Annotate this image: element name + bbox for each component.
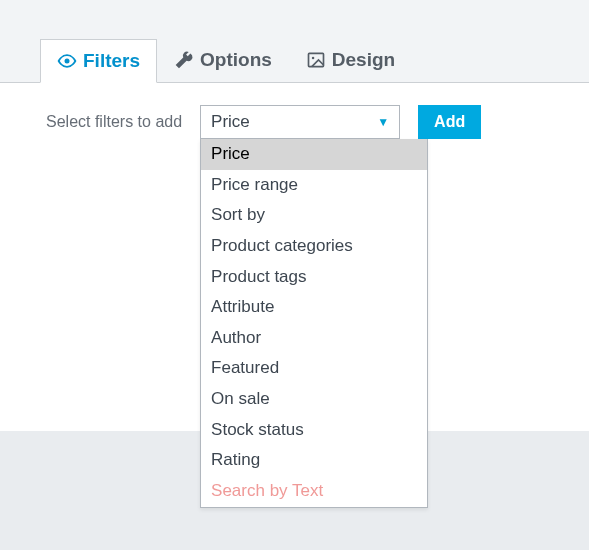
- tab-options-label: Options: [200, 49, 272, 71]
- tab-design[interactable]: Design: [289, 38, 412, 82]
- page-root: Filters Options Design: [0, 0, 589, 550]
- filter-option[interactable]: Price: [201, 139, 427, 170]
- wrench-icon: [174, 50, 194, 70]
- tab-design-label: Design: [332, 49, 395, 71]
- filter-option[interactable]: Featured: [201, 353, 427, 384]
- tab-filters-label: Filters: [83, 50, 140, 72]
- tab-filters[interactable]: Filters: [40, 39, 157, 83]
- eye-icon: [57, 51, 77, 71]
- filter-option[interactable]: Sort by: [201, 200, 427, 231]
- select-filters-label: Select filters to add: [46, 113, 182, 131]
- image-icon: [306, 50, 326, 70]
- filter-select[interactable]: Price ▼: [200, 105, 400, 139]
- chevron-down-icon: ▼: [377, 115, 389, 129]
- filter-option[interactable]: Price range: [201, 170, 427, 201]
- filter-select-dropdown[interactable]: PricePrice rangeSort byProduct categorie…: [200, 139, 428, 508]
- filter-option[interactable]: Rating: [201, 445, 427, 476]
- filter-option[interactable]: Stock status: [201, 415, 427, 446]
- svg-point-2: [312, 57, 315, 60]
- filter-option[interactable]: Attribute: [201, 292, 427, 323]
- filter-option[interactable]: Product categories: [201, 231, 427, 262]
- filters-panel: Select filters to add Price ▼ PricePrice…: [0, 83, 589, 431]
- svg-point-0: [65, 59, 70, 64]
- tab-options[interactable]: Options: [157, 38, 289, 82]
- filter-option[interactable]: Author: [201, 323, 427, 354]
- filter-select-value: Price: [211, 112, 250, 132]
- filter-option[interactable]: Product tags: [201, 262, 427, 293]
- filter-option: Search by Text: [201, 476, 427, 507]
- svg-rect-1: [308, 53, 323, 66]
- tab-bar: Filters Options Design: [0, 0, 589, 83]
- add-button[interactable]: Add: [418, 105, 481, 139]
- filter-option[interactable]: On sale: [201, 384, 427, 415]
